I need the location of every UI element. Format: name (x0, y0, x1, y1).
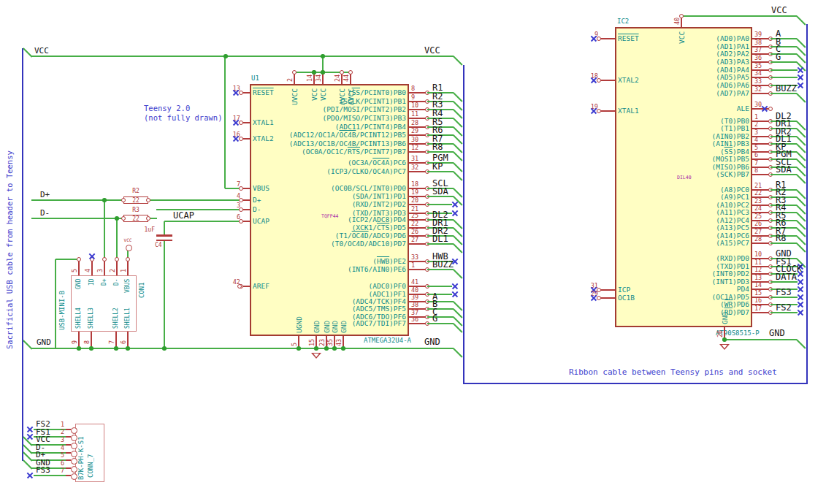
pin-number: 25 (411, 213, 426, 219)
pin-name: (MOSI)PB5 (603, 156, 749, 163)
vcc-symbol-icon (126, 245, 132, 251)
pin-number: 21 (754, 183, 769, 189)
pin-number: 37 (754, 47, 769, 53)
pin-number: 27 (754, 229, 769, 235)
pin-number: 34 (316, 75, 322, 82)
wire (104, 200, 105, 259)
value-label: ATMEGA32U4-A (364, 337, 411, 344)
junction-dot (314, 346, 318, 351)
pin-number: 7 (754, 160, 769, 167)
pin-number: 4 (54, 445, 64, 451)
pin-name: D- (114, 278, 121, 286)
no-connect-icon (233, 90, 240, 96)
pin (66, 444, 71, 446)
pin-number: 22 (411, 221, 426, 227)
pin-number: 33 (411, 254, 426, 261)
resistor-value: 22 (123, 197, 148, 204)
pin-number: 8 (411, 85, 426, 92)
note-teensy-line1: Teensy 2.0 (144, 104, 190, 113)
net-label: DATA (776, 272, 797, 282)
junction-dot (77, 346, 81, 351)
note-sacrificial-usb: Sacrificial USB cable from header to Tee… (5, 150, 15, 349)
pin-end-circle (121, 198, 126, 202)
pin-number: 41 (411, 279, 426, 286)
wire-diagonal (23, 47, 32, 57)
pin-number: 32 (754, 86, 769, 93)
pin-number: 1 (121, 269, 127, 272)
net-label: DL1 (432, 234, 448, 244)
pin-name: (HWB)PE2 (260, 258, 406, 265)
no-connect-icon (27, 434, 34, 440)
junction-dot (89, 346, 93, 351)
pin-number: 4 (85, 269, 91, 272)
pin-end-circle (121, 216, 126, 221)
wire-diagonal (796, 339, 806, 348)
pin-name: (SDA/INT1)PD1 (260, 193, 406, 200)
pin-name: (ADC5/TMS)PF5 (260, 305, 406, 313)
pin-name: (ADC0)PF0 (260, 283, 406, 290)
pin-number: 24 (754, 205, 769, 212)
pin-name: ID (89, 278, 96, 286)
pin-name: (AD0)PA0 (603, 35, 749, 42)
wire (164, 221, 165, 234)
wire (770, 61, 797, 63)
pin-number: 15 (309, 339, 316, 346)
pin-end-circle (126, 257, 130, 261)
pin-number: 30 (411, 137, 426, 143)
pin-number: 28 (411, 120, 426, 126)
pin-name: AVCC (348, 88, 355, 105)
wire-diagonal (453, 171, 462, 180)
pin-number: 5 (72, 269, 78, 272)
pin (91, 259, 93, 275)
pin (127, 259, 129, 275)
pin-name: (INT1)PD3 (603, 278, 749, 286)
pin-name: (OC3A/OC4A)PC6 (260, 159, 406, 167)
pin-name: SHELL4 (76, 308, 83, 329)
bus-line (22, 48, 24, 461)
pin-name: VCC (678, 31, 686, 44)
pin-number: 17 (754, 305, 769, 312)
net-label: VCC (771, 6, 787, 15)
pin-name: (XCK1/CTS)PD5 (260, 224, 406, 232)
no-connect-icon (452, 283, 459, 290)
pin-number: 6 (754, 152, 769, 159)
no-connect-icon (452, 202, 459, 208)
capacitor-reference: C4 (155, 242, 162, 248)
pin-end-circle (77, 257, 81, 261)
pin-number: 6 (121, 340, 127, 344)
junction-dot (312, 70, 316, 75)
pin-name: GND (722, 312, 729, 324)
wire (724, 339, 797, 340)
net-label: GND (37, 338, 51, 347)
pin-circle (71, 427, 77, 434)
wire (34, 475, 66, 476)
wire-diagonal (796, 93, 806, 102)
pin (104, 259, 105, 275)
junction-dot (321, 70, 325, 75)
pin-number: 39 (754, 31, 769, 38)
pin-number: 38 (754, 39, 769, 46)
junction-dot (341, 346, 345, 351)
wire (31, 348, 454, 349)
net-label: VCC (34, 47, 49, 56)
pin-name: (INT6/AIN0)PE6 (260, 266, 406, 273)
no-connect-icon (798, 286, 804, 293)
pin-name: GND (340, 321, 348, 333)
pin (78, 259, 80, 275)
pin-name: (ADC11/PCINT4)PB4 (260, 123, 406, 131)
junction-dot (722, 337, 727, 342)
pin-number: 7 (109, 340, 115, 344)
pin-number: 16 (754, 297, 769, 304)
wire-diagonal (453, 92, 462, 102)
pin (66, 467, 71, 469)
wire-diagonal (453, 269, 462, 278)
wire (427, 316, 454, 318)
pin-name: (PDI/MOSI/PCINT2)PB2 (260, 106, 406, 113)
no-connect-icon (452, 291, 459, 298)
net-label: SDA (432, 187, 448, 196)
net-label: FS3 (36, 466, 50, 475)
net-label: FS3 (776, 288, 792, 297)
capacitor (156, 234, 172, 237)
net-label: GND (769, 329, 785, 338)
pin-name: (OC0B/SCL/INT0)PD0 (260, 185, 406, 192)
